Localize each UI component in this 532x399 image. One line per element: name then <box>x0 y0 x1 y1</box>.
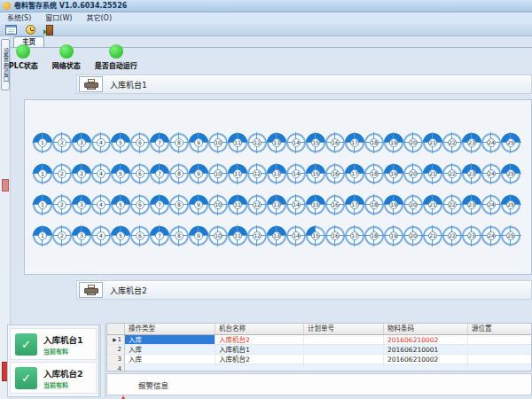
reel-slot: 18 <box>364 132 384 153</box>
warning-icon: ! <box>116 379 130 391</box>
reel-slot: 6 <box>129 163 150 184</box>
reel-slot: 4 <box>90 132 111 153</box>
reel-slot: 15 <box>305 194 325 215</box>
reel-slot: 7 <box>149 225 169 246</box>
check-icon <box>15 333 37 356</box>
reel-slot: 4 <box>90 225 111 246</box>
col-operation-type[interactable]: 操作类型 <box>125 324 215 334</box>
machine1-status-card: 入库机台1 当前有料 <box>10 328 97 360</box>
reel-slot: 6 <box>129 225 150 246</box>
plc-status-icon <box>16 44 30 59</box>
reel-slot: 1 <box>32 132 52 153</box>
reel-slot: 21 <box>422 225 442 246</box>
alarm-label: 报警信息 <box>138 379 168 390</box>
reel-slot: 11 <box>227 225 247 246</box>
table-body: ▶1入库入库机台22016062100022入库入库机台120160621000… <box>107 335 531 372</box>
col-source-location[interactable]: 源位置 <box>468 324 532 334</box>
reel-slot: 25 <box>500 163 520 184</box>
reel-slot: 20 <box>403 163 423 184</box>
reel-slot: 12 <box>246 163 267 184</box>
reel-slot: 23 <box>461 163 481 184</box>
reel-slot: 3 <box>71 225 91 246</box>
reel-slot: 22 <box>442 132 462 153</box>
reel-slot: 2 <box>51 194 72 215</box>
reel-slot: 7 <box>149 132 169 153</box>
reel-slot: 21 <box>422 132 442 153</box>
col-machine-name[interactable]: 机台名称 <box>215 324 304 334</box>
schedule-icon[interactable] <box>4 24 18 35</box>
table-row[interactable]: ▶1入库入库机台2201606210002 <box>107 335 531 345</box>
machine1-print-button[interactable] <box>79 76 103 92</box>
reel-slot: 22 <box>442 163 462 184</box>
machine-status-cards: 入库机台1 当前有料 入库机台2 当前有料 <box>7 325 99 397</box>
reel-slot: 8 <box>168 132 189 153</box>
table-row[interactable]: 2入库入库机台1201606210001 <box>107 345 531 355</box>
reel-slot: 25 <box>500 132 520 153</box>
reel-slot: 11 <box>227 194 247 215</box>
menu-system[interactable]: 系统(S) <box>0 12 38 24</box>
reel-slot: 8 <box>168 194 189 215</box>
reel-slot: 16 <box>325 163 345 184</box>
reel-slot: 11 <box>227 132 247 153</box>
card2-status: 当前有料 <box>43 380 83 389</box>
tool-bar <box>0 24 532 36</box>
table-header: 操作类型 机台名称 计划单号 物料条码 源位置 <box>107 324 531 335</box>
reel-row: 1234567891011121314151617181920212223242… <box>32 132 531 153</box>
reel-slot: 15 <box>305 132 325 153</box>
reel-slot: 5 <box>110 132 130 153</box>
exit-icon[interactable] <box>43 24 57 35</box>
reel-slot: 13 <box>266 225 286 246</box>
reel-slot: 1 <box>32 163 52 184</box>
reel-slot: 10 <box>207 132 228 153</box>
card1-title: 入库机台1 <box>43 333 83 346</box>
check-icon <box>15 367 37 389</box>
reel-row: 1234567891011121314151617181920212223242… <box>32 225 531 246</box>
reel-slot: 16 <box>325 132 345 153</box>
clock-icon[interactable] <box>23 24 37 35</box>
reel-slot: 1 <box>32 225 52 246</box>
machine2-title: 入库机台2 <box>110 285 147 296</box>
title-bar: 卷料暂存系统 V1.0.6034.25526 <box>0 0 532 12</box>
menu-window[interactable]: 窗口(W) <box>38 12 79 24</box>
reel-slot: 20 <box>403 132 423 153</box>
reel-slot: 14 <box>286 194 306 215</box>
reel-slot: 16 <box>325 194 345 215</box>
reel-slot: 22 <box>442 194 462 215</box>
reel-slot: 14 <box>286 132 306 153</box>
reel-slot: 21 <box>422 194 442 215</box>
table-row[interactable]: 3入库入库机台2201606210002 <box>107 355 531 364</box>
table-corner <box>107 324 125 334</box>
reel-slot: 4 <box>90 163 111 184</box>
reel-slot: 9 <box>188 163 208 184</box>
reel-slot: 19 <box>383 194 403 215</box>
reel-slot: 12 <box>246 132 267 153</box>
menu-other[interactable]: 其它(O) <box>79 12 119 24</box>
network-status-icon <box>59 44 74 59</box>
col-plan-number[interactable]: 计划单号 <box>304 324 384 334</box>
reel-slot: 1 <box>32 194 52 215</box>
reel-slot: 16 <box>325 225 345 246</box>
reel-slot: 5 <box>110 194 130 215</box>
reel-slot: 9 <box>188 132 208 153</box>
bottom-splitter[interactable] <box>100 325 106 397</box>
reel-slot: 13 <box>266 132 286 153</box>
reel-slot: 20 <box>403 225 423 246</box>
auto-run-status-icon <box>109 44 123 59</box>
reel-slot: 18 <box>364 225 384 246</box>
reel-slot: 6 <box>129 132 150 153</box>
reel-slot: 10 <box>207 163 228 184</box>
alarm-info-bar: ! 报警信息 <box>106 373 532 395</box>
reel-row: 1234567891011121314151617181920212223242… <box>32 194 531 215</box>
dock-red-tab-1[interactable] <box>2 179 9 192</box>
machine2-print-button[interactable] <box>79 282 103 298</box>
reel-slot: 17 <box>344 163 364 184</box>
table-row[interactable]: 4 <box>107 364 531 372</box>
reel-slot: 23 <box>461 225 481 246</box>
reel-slot: 11 <box>227 163 247 184</box>
operation-table: 操作类型 机台名称 计划单号 物料条码 源位置 ▶1入库入库机台22016062… <box>106 323 532 372</box>
reel-slot: 19 <box>383 225 403 246</box>
window-title: 卷料暂存系统 V1.0.6034.25526 <box>14 0 127 12</box>
col-material-barcode[interactable]: 物料条码 <box>384 324 468 334</box>
reel-slot: 8 <box>168 163 189 184</box>
reel-slot: 13 <box>266 163 286 184</box>
